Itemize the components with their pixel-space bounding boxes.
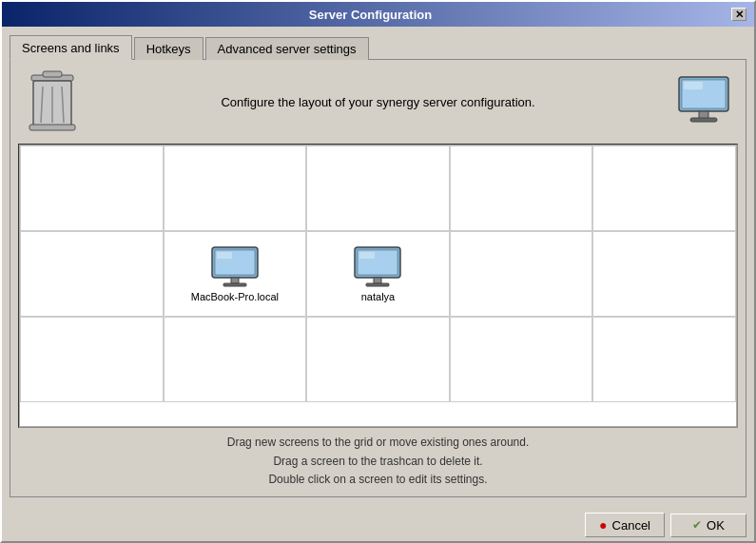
grid-cell[interactable] — [20, 231, 164, 317]
screen-label: MacBook-Pro.local — [191, 291, 279, 302]
panel-description: Configure the layout of your synergy ser… — [96, 95, 660, 109]
grid-cell[interactable] — [450, 231, 593, 317]
grid-cell[interactable] — [450, 317, 593, 402]
svg-rect-16 — [223, 283, 246, 286]
svg-rect-1 — [43, 71, 62, 77]
svg-rect-11 — [690, 118, 717, 122]
cancel-label: Cancel — [612, 518, 650, 533]
tab-advanced-server-settings[interactable]: Advanced server settings — [205, 37, 369, 60]
server-computer-icon — [669, 68, 738, 136]
screen-label: natalya — [361, 291, 395, 302]
svg-rect-9 — [684, 82, 703, 89]
grid-cell[interactable] — [20, 145, 164, 231]
grid-cell[interactable]: MacBook-Pro.local — [164, 231, 307, 317]
grid-cell[interactable] — [592, 145, 736, 231]
svg-rect-20 — [374, 278, 381, 283]
grid-cell[interactable] — [450, 145, 593, 231]
grid-cell[interactable] — [164, 145, 307, 231]
grid-cell[interactable] — [306, 145, 450, 231]
screen-item[interactable]: MacBook-Pro.local — [191, 245, 279, 302]
grid-cell[interactable] — [592, 231, 736, 317]
grid-cell[interactable] — [306, 317, 450, 402]
tab-bar: Screens and links Hotkeys Advanced serve… — [10, 34, 746, 59]
grid-cell[interactable] — [20, 317, 164, 402]
tab-panel: Configure the layout of your synergy ser… — [10, 59, 746, 497]
tab-hotkeys[interactable]: Hotkeys — [134, 37, 204, 60]
ok-check-icon: ✔ — [692, 518, 702, 532]
svg-rect-6 — [29, 125, 75, 130]
screen-grid: MacBook-Pro.local natalya — [19, 145, 737, 427]
svg-rect-21 — [366, 283, 389, 286]
close-button[interactable]: ✕ — [731, 8, 746, 21]
tab-screens-and-links[interactable]: Screens and links — [10, 35, 132, 60]
trash-icon — [18, 68, 87, 136]
server-configuration-dialog: Server Configuration ✕ Screens and links… — [0, 0, 756, 543]
svg-rect-14 — [217, 252, 232, 259]
grid-cell[interactable] — [592, 317, 736, 402]
svg-rect-19 — [359, 252, 375, 259]
grid-cell[interactable] — [164, 317, 307, 402]
screen-grid-container: MacBook-Pro.local natalya — [18, 144, 738, 428]
cancel-button[interactable]: ● Cancel — [585, 513, 665, 537]
grid-cell[interactable]: natalya — [306, 231, 450, 317]
instructions: Drag new screens to the grid or move exi… — [18, 434, 738, 489]
panel-header: Configure the layout of your synergy ser… — [18, 68, 738, 136]
screen-item[interactable]: natalya — [353, 245, 402, 302]
cancel-dot-icon: ● — [599, 517, 607, 533]
svg-rect-15 — [231, 278, 239, 283]
button-row: ● Cancel ✔ OK — [2, 505, 754, 541]
ok-button[interactable]: ✔ OK — [670, 514, 746, 537]
title-bar: Server Configuration ✕ — [2, 2, 754, 27]
dialog-body: Screens and links Hotkeys Advanced serve… — [2, 27, 754, 505]
dialog-title: Server Configuration — [10, 8, 731, 22]
ok-label: OK — [707, 518, 725, 533]
